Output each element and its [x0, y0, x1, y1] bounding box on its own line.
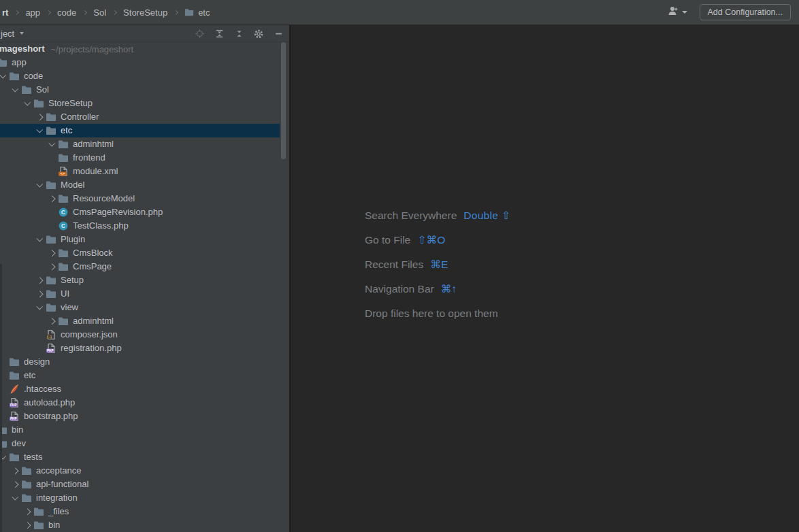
tree-item[interactable]: CCmsPageRevision.php — [0, 205, 280, 219]
tree-item[interactable]: bin — [0, 423, 280, 437]
hide-panel-icon[interactable] — [273, 29, 284, 39]
shortcut-hint-line: Go to File⇧⌘O — [365, 228, 510, 252]
chevron-down-icon[interactable] — [37, 181, 43, 187]
breadcrumb-item[interactable]: StoreSetup — [123, 7, 167, 18]
tree-item[interactable]: PHPbootstrap.php — [0, 410, 280, 423]
tree-item[interactable]: Controller — [0, 110, 280, 124]
svg-text:C: C — [61, 223, 65, 229]
folder-icon — [46, 125, 56, 136]
tree-item[interactable]: view — [0, 301, 280, 314]
tree-item[interactable]: design — [0, 355, 280, 369]
tree-item[interactable]: <>module.xml — [0, 165, 280, 178]
chevron-down-icon[interactable] — [12, 494, 18, 500]
tree-item[interactable]: PHPregistration.php — [0, 342, 280, 355]
tree-item-label: design — [24, 355, 50, 369]
tree-item-label: autoload.php — [24, 396, 75, 410]
tree-item[interactable]: .htaccess — [0, 382, 280, 396]
panel-editor-divider[interactable] — [289, 25, 291, 532]
tree-item[interactable]: Setup — [0, 273, 280, 287]
tree-item-label: ResourceModel — [73, 192, 135, 205]
tree-item-label: module.xml — [73, 165, 118, 178]
tree-item[interactable]: CmsPage — [0, 260, 280, 273]
folder-icon — [9, 356, 20, 367]
tree-item-label: StoreSetup — [48, 97, 93, 110]
chevron-down-icon[interactable] — [37, 303, 43, 310]
tree-item-label: bootstrap.php — [24, 410, 78, 423]
folder-icon — [46, 180, 56, 190]
breadcrumb-separator-chevron-icon — [82, 10, 87, 14]
tree-item[interactable]: integration — [0, 491, 280, 505]
tree-item-label: _files — [48, 505, 69, 518]
tree-item[interactable]: UI — [0, 287, 280, 301]
folder-icon — [21, 479, 32, 490]
expand-all-icon[interactable] — [214, 29, 225, 39]
breadcrumb-item[interactable]: etc — [184, 7, 210, 18]
tool-window-edge-stripe — [0, 264, 2, 532]
chevron-down-icon[interactable] — [37, 235, 43, 242]
editor-shortcut-hints: Search EverywhereDouble ⇧Go to File⇧⌘ORe… — [365, 203, 510, 326]
breadcrumb-item[interactable]: code — [57, 7, 76, 18]
user-menu[interactable] — [667, 5, 687, 19]
chevron-right-icon[interactable] — [49, 318, 55, 324]
tree-item[interactable]: api-functional — [0, 478, 280, 491]
tree-item[interactable]: CTestClass.php — [0, 219, 280, 233]
chevron-down-icon[interactable] — [12, 86, 18, 92]
tree-item[interactable]: app — [0, 56, 280, 69]
chevron-down-icon[interactable] — [0, 72, 6, 78]
locate-file-icon[interactable] — [194, 29, 205, 39]
settings-gear-icon[interactable] — [253, 29, 264, 39]
php-file-icon: PHP — [46, 343, 56, 354]
tree-item-label: view — [61, 301, 78, 314]
tree-item[interactable]: StoreSetup — [0, 97, 280, 110]
add-configuration-button[interactable]: Add Configuration... — [700, 4, 792, 20]
tree-item[interactable]: frontend — [0, 151, 280, 165]
project-view-selector[interactable]: ject — [0, 29, 24, 39]
tree-item[interactable]: CmsBlock — [0, 246, 280, 260]
tree-item-label: dev — [12, 437, 26, 450]
shortcut-hint-line: Navigation Bar⌘↑ — [365, 277, 510, 301]
chevron-right-icon[interactable] — [49, 250, 55, 256]
chevron-down-icon[interactable] — [25, 99, 31, 105]
tree-item[interactable]: {..}composer.json — [0, 328, 280, 342]
tree-item[interactable]: Plugin — [0, 233, 280, 246]
tree-item-label: app — [12, 56, 27, 69]
chevron-right-icon[interactable] — [37, 290, 43, 297]
tree-item[interactable]: etc — [0, 124, 280, 137]
chevron-right-icon[interactable] — [12, 481, 18, 487]
tree-item-label: registration.php — [61, 342, 122, 355]
folder-icon — [21, 465, 32, 476]
shortcut-keys-label: Double ⇧ — [463, 210, 510, 222]
shortcut-keys-label: ⌘E — [430, 259, 448, 271]
chevron-right-icon[interactable] — [12, 467, 18, 473]
chevron-right-icon[interactable] — [37, 114, 43, 120]
breadcrumb-item[interactable]: rt — [2, 7, 8, 18]
tree-item[interactable]: ResourceModel — [0, 192, 280, 205]
chevron-down-icon[interactable] — [37, 127, 43, 133]
folder-icon — [33, 520, 44, 531]
tree-item[interactable]: mageshort~/projects/mageshort — [0, 42, 280, 56]
tree-item-label: Model — [61, 178, 84, 192]
tree-item[interactable]: tests — [0, 450, 280, 464]
tree-item[interactable]: acceptance — [0, 464, 280, 478]
chevron-right-icon[interactable] — [37, 277, 43, 283]
tree-item[interactable]: dev — [0, 437, 280, 450]
tree-item[interactable]: adminhtml — [0, 137, 280, 151]
chevron-right-icon[interactable] — [25, 508, 31, 514]
breadcrumb-item[interactable]: Sol — [93, 7, 106, 18]
chevron-down-icon[interactable] — [49, 140, 55, 146]
tree-item[interactable]: code — [0, 69, 280, 83]
breadcrumb-item[interactable]: app — [25, 7, 40, 18]
collapse-all-icon[interactable] — [233, 29, 244, 39]
chevron-right-icon[interactable] — [49, 195, 55, 201]
chevron-right-icon[interactable] — [49, 263, 55, 269]
tree-scrollbar-thumb[interactable] — [281, 42, 286, 159]
tree-item[interactable]: Sol — [0, 83, 280, 97]
tree-item[interactable]: Model — [0, 178, 280, 192]
tree-item[interactable]: _files — [0, 505, 280, 518]
class-file-icon: C — [58, 207, 69, 218]
tree-item[interactable]: bin — [0, 518, 280, 532]
tree-item[interactable]: etc — [0, 369, 280, 382]
chevron-right-icon[interactable] — [25, 522, 31, 528]
tree-item[interactable]: adminhtml — [0, 314, 280, 328]
tree-item[interactable]: PHPautoload.php — [0, 396, 280, 410]
